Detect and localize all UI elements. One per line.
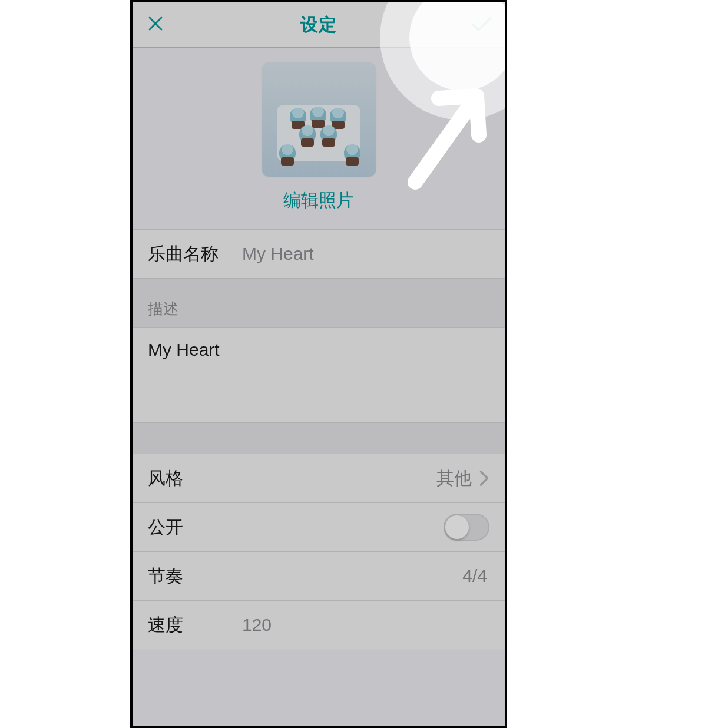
style-row[interactable]: 风格 其他: [133, 454, 505, 503]
rhythm-label: 节奏: [148, 564, 242, 588]
toggle-knob: [445, 515, 469, 539]
public-toggle[interactable]: [444, 514, 489, 541]
public-row: 公开: [133, 503, 505, 552]
tempo-value: 120: [242, 615, 489, 635]
description-label: 描述: [133, 279, 505, 327]
tempo-row[interactable]: 速度 120: [133, 601, 505, 649]
rhythm-value: 4/4: [242, 566, 489, 586]
app-screen: 设定 编辑照片 乐曲名称: [130, 0, 507, 728]
public-label: 公开: [148, 515, 444, 540]
song-name-value: My Heart: [242, 244, 489, 264]
style-label: 风格: [148, 466, 242, 491]
song-name-label: 乐曲名称: [148, 242, 242, 266]
edit-photo-button[interactable]: 编辑照片: [133, 188, 505, 213]
style-value: 其他: [242, 466, 474, 491]
description-field[interactable]: My Heart: [133, 327, 505, 423]
rhythm-row[interactable]: 节奏 4/4: [133, 552, 505, 601]
song-name-row[interactable]: 乐曲名称 My Heart: [133, 229, 505, 279]
tempo-label: 速度: [148, 613, 242, 637]
close-button[interactable]: [135, 2, 176, 47]
check-icon: [469, 11, 495, 39]
description-value: My Heart: [148, 340, 220, 359]
close-icon: [145, 14, 166, 36]
cover-image[interactable]: [262, 62, 376, 177]
navbar: 设定: [133, 2, 505, 48]
cover-section: 编辑照片: [133, 48, 505, 229]
page-title: 设定: [300, 13, 337, 37]
chevron-right-icon: [479, 470, 489, 487]
confirm-button[interactable]: [461, 2, 502, 47]
section-gap: [133, 423, 505, 454]
